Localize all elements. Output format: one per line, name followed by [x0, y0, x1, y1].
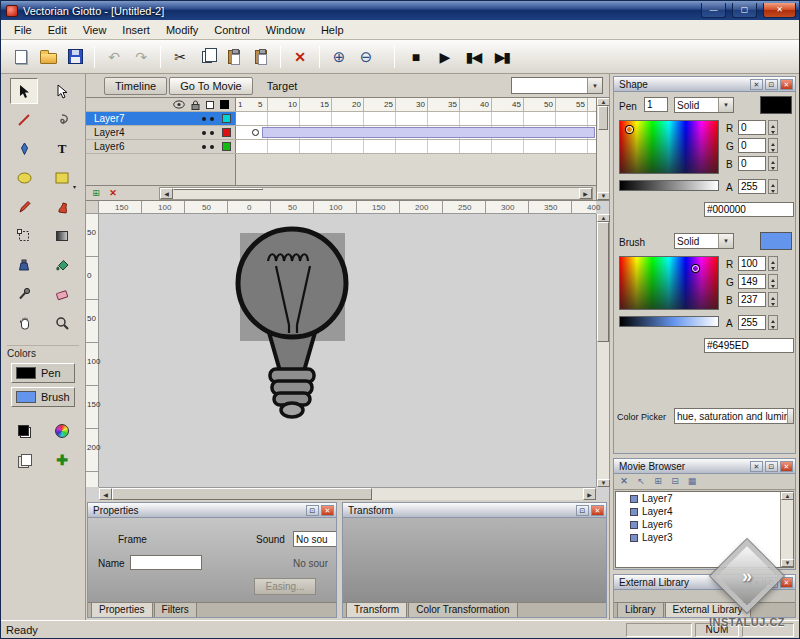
- scroll-left-icon[interactable]: ◀: [160, 188, 173, 199]
- line-tool[interactable]: [10, 107, 38, 133]
- close-icon[interactable]: ✕: [591, 505, 604, 516]
- color-marker[interactable]: [626, 126, 633, 133]
- spinner[interactable]: [768, 256, 778, 271]
- brush-g-input[interactable]: [738, 274, 766, 289]
- eye-icon[interactable]: [173, 100, 185, 109]
- brush-tool[interactable]: [48, 194, 76, 220]
- go-first-frame-button[interactable]: ▮◀: [459, 44, 487, 70]
- mb-expand-button[interactable]: ⊞: [651, 475, 665, 488]
- brush-style-dropdown[interactable]: Solid ▼: [674, 233, 734, 249]
- mb-view-button[interactable]: ▦: [685, 475, 699, 488]
- mb-go-up-button[interactable]: ↖: [634, 475, 648, 488]
- menu-view[interactable]: View: [75, 21, 115, 39]
- scrollbar-thumb[interactable]: [597, 222, 609, 342]
- layer-name[interactable]: Layer4: [94, 127, 198, 138]
- delete-layer-button[interactable]: ✕: [106, 187, 120, 199]
- paste-in-place-button[interactable]: [248, 44, 274, 70]
- dropdown-arrow-icon[interactable]: ▼: [587, 78, 602, 93]
- pencil-tool[interactable]: [10, 194, 38, 220]
- tab-transform[interactable]: Transform: [346, 602, 407, 617]
- tween-span[interactable]: [262, 127, 595, 138]
- free-transform-tool[interactable]: [10, 223, 38, 249]
- tab-filters[interactable]: Filters: [154, 602, 197, 617]
- layer-name[interactable]: Layer6: [94, 141, 198, 152]
- lasso-tool[interactable]: [48, 107, 76, 133]
- subselect-tool[interactable]: [48, 78, 76, 104]
- zoom-out-button[interactable]: ⊖: [353, 44, 379, 70]
- close-icon[interactable]: ✕: [321, 505, 334, 516]
- timeline-layer-row[interactable]: Layer7: [86, 112, 596, 126]
- scroll-down-icon[interactable]: ▼: [597, 479, 610, 487]
- paint-bucket-tool[interactable]: [48, 252, 76, 278]
- layer-lock-dot[interactable]: [210, 145, 214, 149]
- scroll-left-icon[interactable]: ◀: [99, 488, 112, 500]
- menu-control[interactable]: Control: [206, 21, 257, 39]
- light-bulb-drawing[interactable]: [234, 219, 352, 439]
- color-marker[interactable]: [692, 265, 699, 272]
- tab-properties[interactable]: Properties: [91, 602, 153, 617]
- pen-tool[interactable]: [10, 136, 38, 162]
- minimize-button[interactable]: —: [701, 3, 726, 18]
- pin-icon[interactable]: ⊡: [765, 79, 778, 90]
- eyedropper-tool[interactable]: [10, 281, 38, 307]
- pen-width-input[interactable]: [644, 97, 668, 112]
- duplicate-button[interactable]: [11, 448, 37, 472]
- brush-hex-input[interactable]: [704, 338, 794, 353]
- brush-r-input[interactable]: [738, 256, 766, 271]
- layer-color-swatch[interactable]: [222, 128, 231, 137]
- list-item[interactable]: Layer7: [616, 492, 780, 505]
- color-picker-dropdown[interactable]: hue, saturation and lumir ▼: [674, 408, 794, 424]
- redo-button[interactable]: ↷: [128, 44, 154, 70]
- list-item[interactable]: Layer6: [616, 518, 780, 531]
- pen-color-field[interactable]: [619, 120, 719, 174]
- pen-b-input[interactable]: [738, 156, 766, 171]
- pen-g-input[interactable]: [738, 138, 766, 153]
- tab-color-transformation[interactable]: Color Transformation: [408, 602, 517, 617]
- scrollbar-thumb[interactable]: [598, 106, 608, 130]
- layer-lock-dot[interactable]: [210, 131, 214, 135]
- brush-color-preview[interactable]: [760, 232, 792, 250]
- hand-tool[interactable]: [10, 310, 38, 336]
- menu-file[interactable]: File: [6, 21, 40, 39]
- mb-delete-button[interactable]: ✕: [617, 475, 631, 488]
- rectangle-tool[interactable]: ▾: [48, 165, 76, 191]
- scrollbar-thumb[interactable]: [173, 188, 263, 190]
- save-button[interactable]: [62, 44, 88, 70]
- timeline-layer-row[interactable]: Layer4: [86, 126, 596, 140]
- layer-lock-dot[interactable]: [210, 117, 214, 121]
- copy-button[interactable]: [194, 44, 220, 70]
- dropdown-arrow-icon[interactable]: ▼: [718, 234, 733, 248]
- timeline-layer-row[interactable]: Layer6: [86, 140, 596, 154]
- maximize-button[interactable]: ▢: [732, 3, 757, 18]
- close-icon[interactable]: ✕: [780, 461, 793, 472]
- text-tool[interactable]: T: [48, 136, 76, 162]
- pen-style-dropdown[interactable]: Solid ▼: [674, 97, 734, 113]
- tab-library[interactable]: Library: [617, 602, 664, 617]
- zoom-tool[interactable]: [48, 310, 76, 336]
- scroll-right-icon[interactable]: ▶: [583, 488, 596, 500]
- spinner[interactable]: [768, 315, 778, 330]
- menu-edit[interactable]: Edit: [40, 21, 75, 39]
- menu-insert[interactable]: Insert: [114, 21, 158, 39]
- pen-luminance-bar[interactable]: [619, 180, 719, 191]
- spinner[interactable]: [768, 274, 778, 289]
- layer-visible-dot[interactable]: [202, 117, 206, 121]
- brush-color-button[interactable]: Brush: [11, 387, 75, 407]
- color-wheel-button[interactable]: [49, 419, 75, 443]
- sound-dropdown[interactable]: No sou: [293, 531, 336, 547]
- scroll-up-icon[interactable]: ▲: [781, 492, 794, 500]
- pin-icon[interactable]: ⊡: [306, 505, 319, 516]
- spinner[interactable]: [768, 138, 778, 153]
- target-dropdown[interactable]: ▼: [511, 77, 603, 94]
- undo-button[interactable]: ↶: [101, 44, 127, 70]
- pen-r-input[interactable]: [738, 120, 766, 135]
- brush-color-field[interactable]: [619, 256, 719, 310]
- menu-window[interactable]: Window: [258, 21, 313, 39]
- canvas-hscrollbar[interactable]: ◀ ▶: [99, 487, 596, 500]
- pen-hex-input[interactable]: [704, 202, 794, 217]
- oval-tool[interactable]: [10, 165, 38, 191]
- layer-color-swatch[interactable]: [222, 142, 231, 151]
- lock-icon[interactable]: [191, 100, 200, 110]
- timeline-hscrollbar[interactable]: ◀ ▶: [159, 187, 593, 200]
- cut-button[interactable]: ✂: [167, 44, 193, 70]
